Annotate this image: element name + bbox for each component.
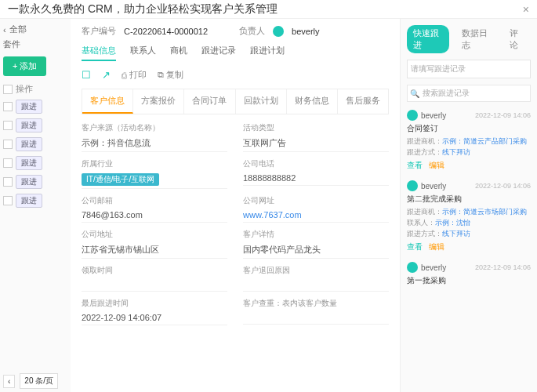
receive-value[interactable] — [82, 278, 227, 292]
source-value[interactable]: 示例：抖音信息流 — [82, 135, 227, 152]
owner-label: 负责人 — [239, 25, 265, 37]
customer-id-value: C-20220614-0000012 — [124, 27, 208, 36]
checkbox-row[interactable] — [3, 177, 13, 187]
side-tab-comment[interactable]: 评论 — [503, 25, 531, 53]
type-value[interactable]: 互联网广告 — [243, 135, 389, 152]
feed-author: beverly — [421, 111, 446, 120]
page-size[interactable]: 20 条/页 — [20, 373, 58, 389]
open-icon[interactable]: ☐ — [82, 69, 91, 81]
banner-text: 一款永久免费的 CRM，助力企业轻松实现客户关系管理 — [8, 2, 278, 16]
industry-value[interactable]: IT/通信/电子/互联网 — [82, 171, 227, 189]
source-label: 客户来源（活动名称） — [82, 122, 227, 133]
last-label: 最后跟进时间 — [82, 298, 227, 309]
subtab-quote[interactable]: 方案报价 — [133, 89, 184, 114]
side-tab-log[interactable]: 数据日志 — [455, 25, 498, 53]
search-input[interactable]: 🔍 搜索跟进记录 — [407, 85, 531, 102]
view-button[interactable]: 查看 — [407, 160, 423, 171]
avatar-icon — [273, 26, 284, 37]
feed-title: 第二批完成采购 — [407, 194, 531, 205]
checkbox-row[interactable] — [3, 102, 13, 111]
copy-button[interactable]: ⧉复制 — [158, 69, 183, 81]
dup-label: 客户查重：表内该客户数量 — [243, 298, 389, 309]
feed-row: 跟进方式：线下拜访 — [407, 229, 531, 239]
main-panel: 客户编号 C-20220614-0000012 负责人 beverly 基础信息… — [71, 19, 400, 392]
checkbox-header[interactable] — [3, 85, 13, 94]
feed-item: beverly 2022-12-09 14:06 第二批完成采购 跟进商机：示例… — [407, 180, 531, 252]
follow-button[interactable]: 跟进 — [16, 118, 42, 132]
subtab-customer[interactable]: 客户信息 — [82, 89, 133, 114]
detail-value[interactable]: 国内零代码产品龙头 — [243, 241, 389, 259]
feed-title: 合同签订 — [407, 123, 531, 134]
view-button[interactable]: 查看 — [407, 241, 423, 252]
feed-author: beverly — [421, 182, 446, 191]
customer-id-label: 客户编号 — [82, 25, 116, 37]
industry-label: 所属行业 — [82, 158, 227, 169]
tab-follow-plan[interactable]: 跟进计划 — [250, 45, 285, 61]
copy-icon: ⧉ — [158, 70, 164, 80]
email-label: 公司邮箱 — [82, 195, 227, 206]
follow-button[interactable]: 跟进 — [16, 156, 42, 170]
suite-label: 套件 — [3, 38, 20, 50]
side-tab-follow[interactable]: 快速跟进 — [407, 25, 449, 53]
action-header: 操作 — [16, 83, 33, 95]
feed-item: beverly 2022-12-09 14:06 第一批采购 — [407, 262, 531, 286]
avatar-icon — [407, 110, 418, 121]
subtab-contract[interactable]: 合同订单 — [184, 89, 235, 114]
follow-input[interactable]: 请填写跟进记录 — [407, 60, 531, 78]
checkbox-row[interactable] — [3, 121, 13, 130]
type-label: 活动类型 — [243, 122, 389, 133]
tab-opportunity[interactable]: 商机 — [170, 45, 187, 61]
email-value[interactable]: 7846@163.com — [82, 208, 227, 223]
subtab-finance[interactable]: 财务信息 — [287, 89, 338, 114]
follow-button[interactable]: 跟进 — [16, 100, 42, 114]
receive-label: 领取时间 — [82, 265, 227, 276]
filter-all[interactable]: 全部 — [9, 24, 27, 35]
dup-value[interactable] — [243, 310, 389, 325]
return-value[interactable] — [243, 278, 389, 292]
follow-button[interactable]: 跟进 — [16, 137, 42, 151]
checkbox-row[interactable] — [3, 158, 13, 168]
close-icon[interactable]: × — [523, 3, 529, 16]
website-value[interactable]: www.7637.com — [243, 208, 389, 223]
feed-time: 2022-12-09 14:06 — [475, 111, 531, 119]
follow-button[interactable]: 跟进 — [16, 194, 42, 208]
last-value[interactable]: 2022-12-09 14:06:07 — [82, 310, 227, 325]
feed-author: beverly — [421, 263, 446, 272]
share-icon[interactable]: ↗ — [102, 69, 111, 81]
feed-item: beverly 2022-12-09 14:06 合同签订 跟进商机：示例：简道… — [407, 110, 531, 171]
industry-tag: IT/通信/电子/互联网 — [82, 173, 159, 186]
subtab-payment[interactable]: 回款计划 — [236, 89, 287, 114]
detail-modal: 客户编号 C-20220614-0000012 负责人 beverly 基础信息… — [71, 19, 537, 392]
avatar-icon — [407, 262, 418, 273]
edit-button[interactable]: 编辑 — [429, 160, 444, 171]
print-button[interactable]: ⎙打印 — [122, 69, 147, 81]
tab-contact[interactable]: 联系人 — [130, 45, 156, 61]
search-icon: 🔍 — [410, 89, 419, 98]
add-button[interactable]: + 添加 — [3, 56, 46, 76]
feed-row: 联系人：示例：沈怡 — [407, 218, 531, 228]
feed-time: 2022-12-09 14:06 — [475, 263, 531, 271]
sub-tabs: 客户信息 方案报价 合同订单 回款计划 财务信息 售后服务 — [82, 89, 389, 114]
checkbox-row[interactable] — [3, 196, 13, 205]
feed-title: 第一批采购 — [407, 275, 531, 286]
page-prev[interactable]: ‹ — [3, 375, 15, 388]
follow-button[interactable]: 跟进 — [16, 175, 42, 189]
address-label: 公司地址 — [82, 229, 227, 240]
back-icon[interactable]: ‹ — [3, 25, 6, 34]
edit-button[interactable]: 编辑 — [429, 241, 444, 252]
phone-value[interactable]: 18888888882 — [243, 171, 389, 186]
detail-label: 客户详情 — [243, 229, 389, 240]
background-panel: ‹ 全部 套件 + 添加 操作 跟进 跟进 跟进 跟进 跟进 跟进 ‹ 20 条… — [0, 19, 71, 392]
feed-row: 跟进方式：线下拜访 — [407, 147, 531, 158]
feed-time: 2022-12-09 14:06 — [475, 182, 531, 190]
feed-row: 跟进商机：示例：简道云市场部门采购 — [407, 207, 531, 217]
checkbox-row[interactable] — [3, 140, 13, 149]
subtab-service[interactable]: 售后服务 — [338, 89, 388, 114]
address-value[interactable]: 江苏省无锡市锡山区 — [82, 241, 227, 259]
feed-row: 跟进商机：示例：简道云产品部门采购 — [407, 136, 531, 147]
tab-follow-record[interactable]: 跟进记录 — [201, 45, 236, 61]
owner-value: beverly — [292, 27, 319, 36]
print-icon: ⎙ — [122, 71, 127, 80]
toolbar: ☐ ↗ ⎙打印 ⧉复制 — [82, 69, 389, 81]
tab-basic[interactable]: 基础信息 — [82, 45, 116, 61]
